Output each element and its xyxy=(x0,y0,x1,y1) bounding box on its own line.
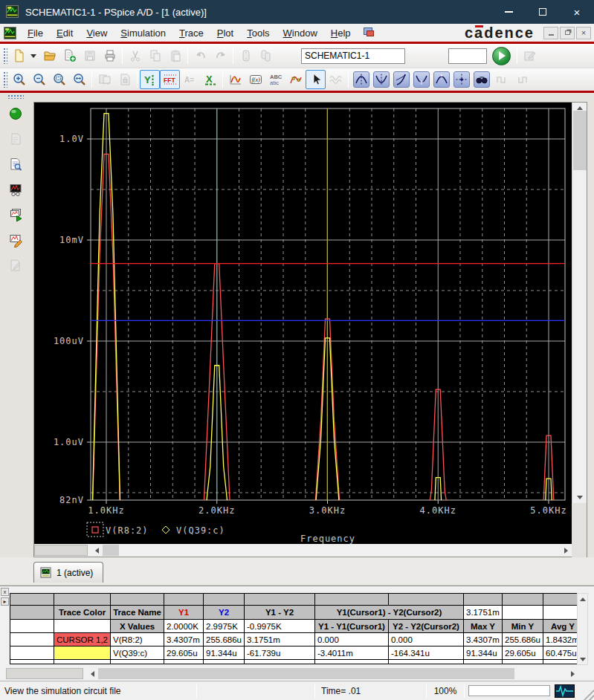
zoom-area-icon xyxy=(52,72,67,87)
cursor-trough-button[interactable] xyxy=(371,70,391,89)
panel-expand-icon[interactable]: ▸ xyxy=(1,597,9,606)
zoom-area-button[interactable] xyxy=(49,70,69,89)
plot-horizontal-scrollbar[interactable] xyxy=(34,544,572,557)
menu-help[interactable]: Help xyxy=(324,25,358,42)
edit-simulation-profile-button[interactable] xyxy=(4,228,28,252)
cut-icon xyxy=(128,48,143,63)
cell-empty xyxy=(10,660,54,664)
cell-29-605u: 29.605u xyxy=(503,646,543,660)
cell-91-344u: 91.344u xyxy=(204,646,245,660)
menu-view[interactable]: View xyxy=(80,25,114,42)
scroll-down-icon[interactable] xyxy=(580,658,586,661)
plot-vertical-scrollbar[interactable] xyxy=(572,103,587,503)
scrollbar-corner xyxy=(572,503,587,558)
cell-empty xyxy=(245,594,315,606)
view-circuit-file-button[interactable] xyxy=(4,178,28,201)
view-simulation-results-button[interactable] xyxy=(4,203,28,227)
tab-1-active[interactable]: 1 (active) xyxy=(33,562,103,583)
cursor-search-button[interactable] xyxy=(471,70,491,89)
print-button[interactable] xyxy=(100,46,120,65)
view-simulation-results-icon xyxy=(8,207,23,222)
menu-trace[interactable]: Trace xyxy=(172,25,210,42)
text-label-button[interactable]: ABCabc xyxy=(265,70,285,89)
zoom-out-button[interactable] xyxy=(29,70,49,89)
svg-text:V(R8:2): V(R8:2) xyxy=(106,525,149,536)
insert-marker-button xyxy=(236,46,256,65)
save-button xyxy=(80,46,100,65)
svg-text:Frequency: Frequency xyxy=(300,534,355,544)
scroll-right-button[interactable] xyxy=(560,545,572,556)
resize-grip[interactable] xyxy=(584,690,594,700)
fft-button[interactable]: FFT xyxy=(160,70,180,89)
cell-empty xyxy=(464,660,503,664)
panel-close-icon[interactable]: x xyxy=(1,588,9,596)
menu-tools[interactable]: Tools xyxy=(240,25,276,42)
menu-window[interactable]: Window xyxy=(277,25,324,42)
x-log-scale-button[interactable]: X xyxy=(200,70,220,89)
zoom-fit-button[interactable] xyxy=(69,70,89,89)
cell-empty xyxy=(10,646,54,660)
cursor-measurement-panel: x ▸ Trace ColorTrace NameY1Y2Y1 - Y2Y1(C… xyxy=(0,586,594,681)
close-button[interactable]: × xyxy=(560,0,594,24)
toolbar-drag-handle[interactable] xyxy=(7,94,24,99)
cell-empty xyxy=(389,594,464,606)
scroll-left-button[interactable] xyxy=(86,668,98,679)
cell-x-values: X Values xyxy=(111,620,164,633)
child-restore-button[interactable] xyxy=(560,27,575,39)
analog-operators-icon: A= xyxy=(183,72,198,87)
simulation-status-button[interactable] xyxy=(4,102,28,126)
cursor-peak-button[interactable] xyxy=(351,70,371,89)
performance-analysis-button[interactable] xyxy=(225,70,245,89)
cursor-point-button[interactable] xyxy=(451,70,471,89)
maximize-button[interactable] xyxy=(526,0,560,24)
zoom-out-icon xyxy=(32,72,47,87)
view-output-file-button[interactable] xyxy=(4,152,28,176)
svg-text:V(Q39:c): V(Q39:c) xyxy=(176,525,225,536)
svg-text:4.0KHz: 4.0KHz xyxy=(420,505,456,516)
svg-text:100uV: 100uV xyxy=(54,336,84,346)
scroll-down-icon[interactable] xyxy=(577,496,583,499)
cursor-freeze-button xyxy=(326,70,346,89)
cell-empty xyxy=(503,660,543,664)
zoom-in-button[interactable] xyxy=(9,70,29,89)
simulation-profile-combo[interactable]: SCHEMATIC1-1 xyxy=(301,48,405,64)
panel-horizontal-scrollbar[interactable] xyxy=(6,667,578,680)
panel-vertical-scrollbar[interactable] xyxy=(577,593,588,665)
run-to-time-field[interactable] xyxy=(448,48,487,64)
cursor-min-button[interactable] xyxy=(411,70,431,89)
open-folder-button[interactable] xyxy=(39,46,59,65)
toolbar-drag-handle[interactable] xyxy=(3,48,7,64)
new-file-button[interactable] xyxy=(9,46,29,65)
next-transition-icon xyxy=(494,72,509,87)
menu-plot[interactable]: Plot xyxy=(210,25,240,42)
dropdown-arrow-button[interactable] xyxy=(29,46,39,65)
document-system-menu-icon[interactable] xyxy=(4,27,16,39)
menu-simulation[interactable]: Simulation xyxy=(114,25,172,42)
cursor-max-button[interactable] xyxy=(431,70,451,89)
mark-data-points-button[interactable] xyxy=(285,70,306,89)
run-simulation-button[interactable] xyxy=(492,47,511,65)
cursor-table-row-2: X Values2.0000K2.9975K-0.9975KY1 - Y1(Cu… xyxy=(10,620,583,633)
horizontal-scroll-thumb[interactable] xyxy=(103,545,119,556)
minimize-button[interactable] xyxy=(491,0,526,24)
toolbar-drag-handle[interactable] xyxy=(3,71,7,88)
child-close-button[interactable]: × xyxy=(576,27,591,39)
y-log-scale-button[interactable]: Y xyxy=(140,70,160,89)
scroll-left-button[interactable] xyxy=(91,545,103,556)
scroll-right-button[interactable] xyxy=(566,668,578,679)
scroll-up-icon[interactable] xyxy=(577,106,583,110)
goal-function-button[interactable]: f(x) xyxy=(245,70,265,89)
cell-y2-y2-cursor2: Y2 - Y2(Cursor2) xyxy=(389,620,464,633)
horizontal-scroll-thumb[interactable] xyxy=(98,668,514,679)
cursor-slope-button[interactable] xyxy=(391,70,411,89)
analog-operators-button: A= xyxy=(180,70,200,89)
append-file-button[interactable] xyxy=(59,46,80,65)
menu-edit[interactable]: Edit xyxy=(50,25,80,42)
previous-transition-icon xyxy=(514,72,529,87)
child-minimize-button[interactable] xyxy=(543,27,558,39)
scroll-up-icon[interactable] xyxy=(580,597,586,601)
vertical-scroll-thumb[interactable] xyxy=(573,111,587,170)
menu-file[interactable]: File xyxy=(21,25,50,42)
cursor-arrow-button[interactable] xyxy=(306,70,326,89)
cascade-windows-icon[interactable] xyxy=(361,25,378,40)
